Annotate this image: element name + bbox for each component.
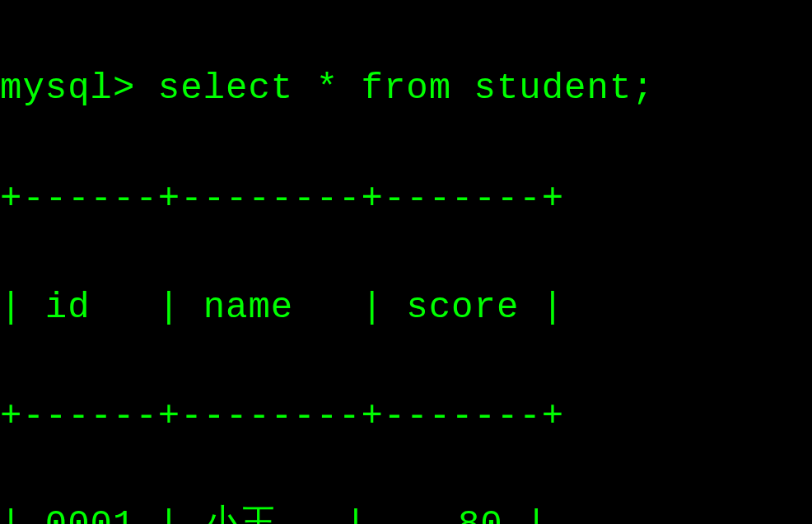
header-id: id — [45, 287, 91, 328]
table-border-top: +------+--------+-------+ — [0, 171, 812, 226]
table-header-row: | id | name | score | — [0, 280, 812, 335]
table-border-mid: +------+--------+-------+ — [0, 389, 812, 443]
header-name: name — [203, 287, 294, 328]
query-line: mysql> select * from student; — [0, 61, 812, 115]
sql-query: select * from student; — [158, 68, 655, 109]
cell-name: 小王 — [203, 504, 278, 524]
terminal-output: mysql> select * from student; +------+--… — [0, 7, 812, 524]
table-row: | 0001 | 小王 | 80 | — [0, 498, 812, 524]
cell-score: 80 — [458, 504, 503, 524]
mysql-prompt: mysql> — [0, 68, 135, 109]
cell-id: 0001 — [45, 504, 136, 524]
header-score: score — [406, 287, 519, 328]
